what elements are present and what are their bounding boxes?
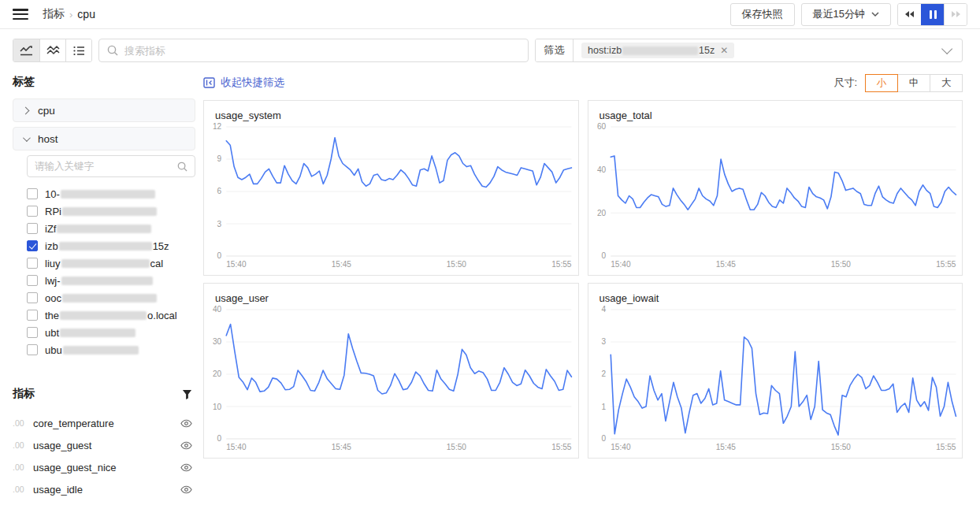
eye-icon[interactable] — [180, 419, 192, 428]
host-label: theo.local — [45, 310, 177, 321]
rewind-button[interactable] — [898, 4, 921, 25]
collapse-panel-icon — [203, 77, 215, 88]
pause-button[interactable] — [921, 4, 944, 25]
chart-plot-area[interactable]: 03691215:4015:4515:5015:55 — [204, 121, 578, 271]
filter-tag-host: host:izb 15z ✕ — [581, 43, 734, 58]
size-large-button[interactable]: 大 — [930, 74, 963, 92]
metric-name: usage_guest_nice — [33, 462, 117, 473]
svg-text:3: 3 — [217, 220, 222, 228]
filter-funnel-icon[interactable] — [182, 389, 192, 399]
host-list-item[interactable]: 10- — [27, 185, 195, 202]
metric-search-input[interactable] — [124, 45, 520, 57]
host-checkbox[interactable] — [27, 188, 38, 199]
host-checkbox[interactable] — [27, 327, 38, 338]
host-checkbox[interactable] — [27, 275, 38, 286]
metric-list-item[interactable]: .00 core_temperature — [13, 412, 195, 434]
svg-text:15:40: 15:40 — [611, 443, 631, 451]
breadcrumb: 指标 › cpu — [43, 7, 95, 21]
forward-button[interactable] — [944, 4, 967, 25]
host-list-item[interactable]: lwj- — [27, 272, 195, 289]
svg-text:15:55: 15:55 — [936, 260, 956, 269]
filter-button[interactable]: 筛选 — [536, 39, 574, 61]
metric-list: .00 core_temperature .00 usage_guest .00… — [13, 412, 195, 505]
filter-selected-area[interactable]: host:izb 15z ✕ — [574, 39, 962, 61]
host-list-item[interactable]: iZf — [27, 220, 195, 237]
metric-list-item[interactable]: .00 usage_idle — [13, 478, 195, 500]
chevron-down-icon[interactable] — [941, 43, 952, 54]
host-label: ubt — [45, 327, 136, 339]
svg-text:15:55: 15:55 — [551, 443, 572, 451]
host-checkbox[interactable] — [27, 292, 38, 303]
single-line-chart-view-button[interactable] — [13, 39, 39, 61]
svg-text:40: 40 — [596, 165, 606, 174]
host-checkbox[interactable] — [27, 206, 38, 217]
svg-text:15:50: 15:50 — [830, 260, 851, 269]
host-list-item[interactable]: RPi — [27, 202, 195, 220]
svg-text:15:50: 15:50 — [447, 260, 467, 269]
playback-controls — [897, 3, 967, 26]
host-checkbox[interactable] — [27, 310, 38, 321]
svg-text:12: 12 — [213, 123, 222, 132]
remove-tag-icon[interactable]: ✕ — [720, 45, 728, 56]
svg-text:0: 0 — [217, 252, 222, 261]
svg-text:60: 60 — [596, 123, 606, 132]
metric-list-item[interactable]: .00 usage_guest_nice — [13, 456, 195, 478]
chart-plot-area[interactable]: 01020304015:4015:4515:5015:55 — [204, 304, 578, 454]
size-medium-button[interactable]: 中 — [897, 74, 930, 92]
metric-list-item[interactable]: .00 usage_guest — [13, 434, 195, 456]
search-icon[interactable] — [177, 162, 187, 172]
host-list-item[interactable]: liuycal — [27, 254, 195, 272]
chart-size-control: 尺寸: 小 中 大 — [833, 74, 963, 92]
host-checkbox[interactable] — [27, 223, 38, 234]
breadcrumb-section[interactable]: 指标 — [43, 7, 65, 21]
svg-text:20: 20 — [213, 370, 222, 379]
eye-icon[interactable] — [180, 441, 192, 450]
collapse-quick-filter-link[interactable]: 收起快捷筛选 — [203, 76, 284, 90]
svg-text:30: 30 — [213, 338, 222, 347]
svg-text:15:40: 15:40 — [611, 260, 631, 269]
tag-group-host[interactable]: host — [13, 127, 195, 150]
chart-panel: usage_iowait 0123415:4015:4515:5015:55 — [588, 283, 963, 459]
collapse-quick-filter-label: 收起快捷筛选 — [221, 76, 284, 90]
chart-panel: usage_user 01020304015:4015:4515:5015:55 — [203, 283, 579, 459]
host-list-item[interactable]: ooc — [27, 289, 195, 306]
svg-text:40: 40 — [213, 306, 222, 314]
host-list-item[interactable]: theo.local — [27, 306, 195, 324]
svg-text:1: 1 — [601, 403, 606, 411]
list-icon — [73, 46, 85, 56]
host-list-item[interactable]: izb15z — [27, 237, 195, 254]
fast-forward-icon — [951, 10, 961, 18]
metric-type-badge: .00 — [13, 485, 33, 494]
svg-text:15:45: 15:45 — [332, 260, 352, 269]
time-range-dropdown[interactable]: 最近15分钟 — [801, 3, 891, 26]
chevron-right-icon — [22, 106, 30, 114]
hamburger-menu-icon[interactable] — [13, 9, 28, 20]
eye-icon[interactable] — [180, 463, 192, 472]
host-label: RPi — [45, 206, 158, 217]
tag-group-cpu[interactable]: cpu — [13, 98, 195, 122]
host-checkbox[interactable] — [27, 258, 38, 269]
breadcrumb-separator: › — [69, 9, 72, 20]
svg-text:4: 4 — [601, 306, 606, 314]
svg-text:15:45: 15:45 — [715, 443, 736, 451]
time-range-value: 最近15分钟 — [813, 7, 865, 21]
charts-grid: usage_system 03691215:4015:4515:5015:55 … — [203, 100, 963, 459]
host-list-item[interactable]: ubu — [27, 341, 195, 358]
host-list-item[interactable]: ubt — [27, 324, 195, 341]
metrics-section-title: 指标 — [13, 387, 35, 401]
metric-name: usage_idle — [33, 484, 83, 496]
keyword-search-input[interactable] — [35, 161, 177, 172]
host-label: liuycal — [45, 258, 163, 269]
host-label: 10- — [45, 188, 156, 200]
metric-list-item[interactable]: .00 usage_iowait — [13, 500, 195, 505]
filter-tag-text: host:izb 15z — [588, 45, 715, 56]
host-checkbox[interactable] — [27, 240, 38, 251]
eye-icon[interactable] — [180, 485, 192, 494]
save-snapshot-button[interactable]: 保存快照 — [730, 3, 795, 26]
multi-line-chart-view-button[interactable] — [39, 39, 65, 61]
host-checkbox[interactable] — [27, 344, 38, 355]
chart-plot-area[interactable]: 0123415:4015:4515:5015:55 — [588, 304, 963, 454]
list-view-button[interactable] — [65, 39, 91, 61]
size-small-button[interactable]: 小 — [865, 74, 898, 92]
chart-plot-area[interactable]: 020406015:4015:4515:5015:55 — [588, 121, 963, 271]
